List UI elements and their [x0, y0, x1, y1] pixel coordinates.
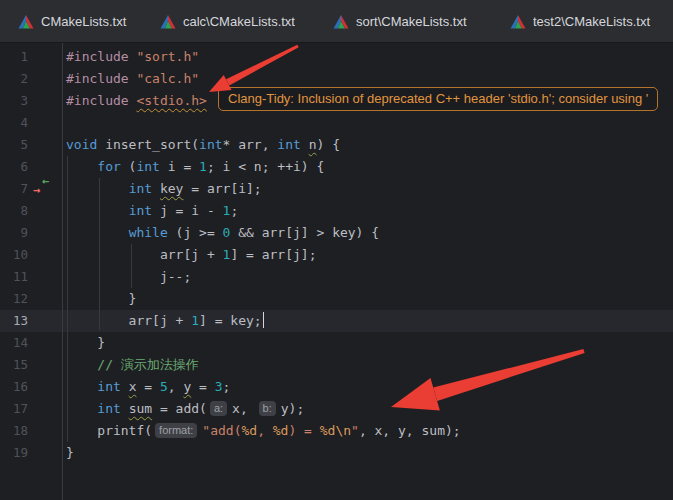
line-number: 11 [0, 266, 28, 288]
code-token: && arr[j] > key) { [230, 225, 379, 240]
code-token: while [129, 225, 168, 240]
code-token: 3 [215, 379, 223, 394]
code-line[interactable]: 12 } [0, 288, 673, 310]
code-line[interactable]: 9 while (j >= 0 && arr[j] > key) { [0, 222, 673, 244]
line-number: 3 [0, 90, 28, 112]
code-token: , [168, 379, 184, 394]
code-line[interactable]: 4 [0, 112, 673, 134]
tab-cmakelists[interactable]: CMakeLists.txt [18, 0, 126, 43]
indent-guide [131, 244, 132, 288]
code-token: #include [66, 71, 136, 86]
line-number: 2 [0, 68, 28, 90]
code-token: #include [66, 93, 136, 108]
code-token: i = [160, 159, 199, 174]
code-token: sum [129, 401, 152, 416]
code-token: void [66, 137, 97, 152]
code-token: } [66, 335, 105, 350]
code-token [66, 203, 129, 218]
code-token: arr[j + [66, 247, 223, 262]
line-number: 13 [0, 310, 28, 332]
tab-test2-cmakelists[interactable]: test2\CMakeLists.txt [510, 0, 650, 43]
code-token: ) { [316, 137, 339, 152]
code-token: %d [320, 423, 336, 438]
line-number: 18 [0, 420, 28, 442]
tab-label: CMakeLists.txt [41, 14, 126, 29]
code-token: j--; [66, 269, 191, 284]
code-token [66, 181, 129, 196]
code-token: = add( [152, 401, 207, 416]
code-token [301, 137, 309, 152]
code-line[interactable]: 15 // 演示加法操作 [0, 354, 673, 376]
code-token: } [66, 291, 136, 306]
code-token: = [136, 379, 159, 394]
code-token: <stdio.h> [136, 93, 206, 108]
code-token: (j >= [168, 225, 223, 240]
code-token: printf( [66, 423, 152, 438]
code-token: int [97, 401, 120, 416]
code-token: for [97, 159, 120, 174]
code-token: int [97, 379, 120, 394]
editor-tab-bar: CMakeLists.txt calc\CMakeLists.txt sort\… [0, 0, 673, 43]
code-line[interactable]: 16 int x = 5, y = 3; [0, 376, 673, 398]
code-token: // 演示加法操作 [97, 357, 198, 372]
code-token: y); [281, 401, 304, 416]
line-number: 5 [0, 134, 28, 156]
code-token: " [351, 423, 359, 438]
cmake-icon [333, 14, 349, 30]
code-token: = [191, 379, 214, 394]
code-editor[interactable]: 1#include "sort.h"2#include "calc.h"3#in… [0, 43, 673, 500]
code-token: #include [66, 49, 136, 64]
code-token [66, 357, 97, 372]
code-token: ] = arr[j]; [230, 247, 316, 262]
line-number: 4 [0, 112, 28, 134]
code-token: x, [232, 401, 255, 416]
gutter-separator [62, 43, 63, 500]
code-token: } [66, 445, 74, 460]
code-token [66, 225, 129, 240]
forward-arrow-icon[interactable]: → [33, 184, 40, 196]
code-line[interactable]: 1#include "sort.h" [0, 46, 673, 68]
code-line[interactable]: 14 } [0, 332, 673, 354]
cmake-icon [160, 14, 176, 30]
code-line[interactable]: 10 arr[j + 1] = arr[j]; [0, 244, 673, 266]
text-caret [263, 312, 265, 328]
indent-guide [67, 156, 68, 442]
code-token: j = i - [152, 203, 222, 218]
code-token: %d [273, 423, 289, 438]
line-number: 12 [0, 288, 28, 310]
code-line[interactable]: 7 int key = arr[i]; [0, 178, 673, 200]
code-token: int [129, 181, 152, 196]
line-number: 6 [0, 156, 28, 178]
code-token: 1 [199, 159, 207, 174]
code-token: %d [241, 423, 257, 438]
code-token: key [160, 181, 183, 196]
line-number: 10 [0, 244, 28, 266]
code-line[interactable]: 5void insert_sort(int* arr, int n) { [0, 134, 673, 156]
line-number: 8 [0, 200, 28, 222]
ide-window: CMakeLists.txt calc\CMakeLists.txt sort\… [0, 0, 673, 500]
code-token: "sort.h" [136, 49, 199, 64]
code-token [66, 379, 97, 394]
code-line[interactable]: 18 printf(format:"add(%d, %d) = %d\n", x… [0, 420, 673, 442]
indent-guide [99, 178, 100, 330]
code-line[interactable]: 8 int j = i - 1; [0, 200, 673, 222]
code-line[interactable]: 13 arr[j + 1] = key; [0, 310, 673, 332]
code-token: insert_sort( [97, 137, 199, 152]
code-line[interactable]: 19} [0, 442, 673, 464]
parameter-hint-chip: format: [155, 423, 197, 438]
line-number: 14 [0, 332, 28, 354]
back-arrow-icon[interactable]: ← [42, 175, 49, 187]
line-number: 19 [0, 442, 28, 464]
code-line[interactable]: 17 int sum = add(a:x, b:y); [0, 398, 673, 420]
code-token [121, 401, 129, 416]
code-line[interactable]: 11 j--; [0, 266, 673, 288]
tab-calc-cmakelists[interactable]: calc\CMakeLists.txt [160, 0, 295, 43]
line-number: 7 [0, 178, 28, 200]
tab-label: calc\CMakeLists.txt [183, 14, 295, 29]
tab-label: test2\CMakeLists.txt [533, 14, 650, 29]
code-line[interactable]: 6 for (int i = 1; i < n; ++i) { [0, 156, 673, 178]
cmake-icon [18, 14, 34, 30]
line-number: 1 [0, 46, 28, 68]
code-token: , x, y, sum); [359, 423, 461, 438]
tab-sort-cmakelists[interactable]: sort\CMakeLists.txt [333, 0, 467, 43]
